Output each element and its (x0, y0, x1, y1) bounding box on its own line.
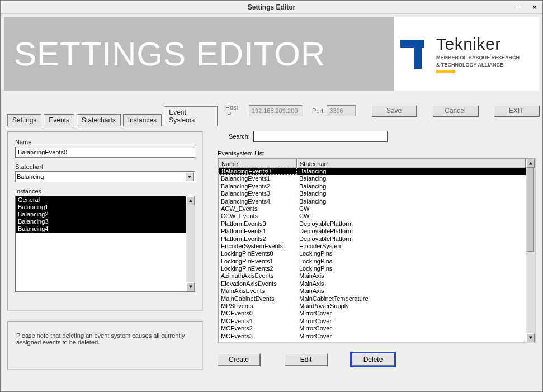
cell-name: MCEvents3 (219, 333, 297, 340)
eventsystem-grid[interactable]: Name Statechart BalancingEvents0Balancin… (218, 158, 536, 343)
column-header-statechart[interactable]: Statechart (297, 159, 526, 168)
table-row[interactable]: MCEvents2MirrorCover (219, 325, 526, 332)
table-row[interactable]: ElevationAxisEventsMainAxis (219, 280, 526, 287)
cell-statechart: MainAxis (297, 280, 526, 287)
cell-statechart: EncoderSystem (297, 243, 526, 250)
save-button[interactable]: Save (371, 105, 417, 116)
table-row[interactable]: BalancingEvents2Balancing (219, 183, 526, 190)
close-icon[interactable]: × (530, 3, 539, 12)
chevron-down-icon[interactable] (185, 172, 194, 181)
table-row[interactable]: LockingPinEvents0LockingPins (219, 250, 526, 257)
window-title: Settings Editor (248, 3, 295, 11)
edit-button[interactable]: Edit (285, 353, 327, 366)
instances-label: Instances (15, 188, 195, 195)
delete-button[interactable]: Delete (352, 353, 394, 366)
cell-name: PlatformEvents2 (219, 235, 297, 243)
tabbar: Settings Events Statecharts Instances Ev… (7, 106, 220, 126)
tab-events[interactable]: Events (44, 114, 74, 126)
cell-statechart: LockingPins (297, 250, 526, 257)
cell-statechart: MirrorCover (297, 318, 526, 325)
hero-banner: SETTINGS EDITOR Tekniker MEMBER OF BASQU… (4, 17, 539, 91)
table-row[interactable]: MCEvents1MirrorCover (219, 318, 526, 325)
minimize-icon[interactable]: – (516, 3, 525, 12)
port-field: 3306 (327, 105, 356, 116)
scroll-down-icon[interactable] (186, 282, 195, 291)
table-row[interactable]: MCEvents3MirrorCover (219, 333, 526, 340)
brand-subline-1: MEMBER OF BASQUE RESEARCH (436, 55, 520, 61)
table-row[interactable]: ACW_EventsCW (219, 205, 526, 212)
tab-settings[interactable]: Settings (7, 114, 41, 126)
list-item[interactable]: Balancing2 (16, 211, 186, 218)
exit-button[interactable]: EXIT (494, 105, 539, 116)
cell-name: BalancingEvents3 (219, 190, 297, 197)
table-row[interactable]: BalancingEvents3Balancing (219, 190, 526, 197)
table-row[interactable]: BalancingEvents1Balancing (219, 175, 526, 182)
statechart-select[interactable]: Balancing (15, 171, 195, 182)
table-row[interactable]: LockingPinEvents2LockingPins (219, 265, 526, 272)
tab-event-systems[interactable]: Event Systems (164, 106, 218, 126)
instances-listbox[interactable]: GeneralBalancing1Balancing2Balancing3Bal… (15, 196, 195, 292)
table-row[interactable]: PlatformEvents1DeployablePlatform (219, 228, 526, 235)
cell-name: ACW_Events (219, 205, 297, 212)
cell-statechart: MainPowerSupply (297, 303, 526, 310)
list-item[interactable]: Balancing3 (16, 218, 186, 225)
table-row[interactable]: EncoderSystemEventsEncoderSystem (219, 243, 526, 250)
search-input[interactable] (253, 131, 388, 142)
cell-statechart: LockingPins (297, 258, 526, 265)
svg-marker-4 (528, 337, 532, 339)
grid-label: Eventsystem List (218, 150, 536, 157)
cell-name: CCW_Events (219, 212, 297, 220)
scroll-down-icon[interactable] (526, 333, 535, 342)
cell-statechart: MirrorCover (297, 310, 526, 317)
svg-marker-2 (188, 286, 192, 289)
table-row[interactable]: MainCabinetEventsMainCabinetTemperature (219, 295, 526, 303)
list-item[interactable]: Balancing4 (16, 225, 186, 233)
form-panel: Name Statechart Balancing Instan (7, 131, 203, 311)
cell-name: MCEvents2 (219, 325, 297, 332)
table-row[interactable]: PlatformEvents0DeployablePlatform (219, 220, 526, 228)
table-row[interactable]: BalancingEvents0Balancing (219, 168, 526, 175)
app-window: Settings Editor – × SETTINGS EDITOR Tekn… (0, 0, 543, 392)
scrollbar[interactable] (526, 159, 535, 342)
cell-name: AzimuthAxisEvents (219, 272, 297, 280)
cell-statechart: DeployablePlatform (297, 228, 526, 235)
scroll-up-icon[interactable] (186, 196, 195, 205)
tab-instances[interactable]: Instances (123, 114, 162, 126)
cell-name: MainCabinetEvents (219, 295, 297, 303)
table-row[interactable]: AzimuthAxisEventsMainAxis (219, 272, 526, 280)
cell-name: BalancingEvents0 (219, 168, 297, 175)
table-row[interactable]: LockingPinEvents1LockingPins (219, 258, 526, 265)
table-row[interactable]: MCEvents0MirrorCover (219, 310, 526, 317)
cell-statechart: MirrorCover (297, 333, 526, 340)
table-row[interactable]: MainAxisEventsMainAxis (219, 287, 526, 295)
table-row[interactable]: BalancingEvents4Balancing (219, 198, 526, 205)
hero-title: SETTINGS EDITOR (14, 35, 325, 73)
brand-logo: Tekniker MEMBER OF BASQUE RESEARCH & TEC… (394, 17, 539, 91)
cell-name: MPSEvents (219, 303, 297, 310)
table-row[interactable]: CCW_EventsCW (219, 212, 526, 220)
list-item[interactable]: General (16, 196, 186, 204)
cell-name: LockingPinEvents2 (219, 265, 297, 272)
hostip-label: Host IP (225, 104, 245, 117)
table-row[interactable]: MPSEventsMainPowerSupply (219, 303, 526, 310)
cell-name: LockingPinEvents0 (219, 250, 297, 257)
svg-marker-0 (188, 176, 191, 178)
scrollbar[interactable] (186, 196, 195, 291)
create-button[interactable]: Create (218, 353, 260, 366)
name-input[interactable] (15, 147, 195, 158)
cell-statechart: Balancing (297, 190, 526, 197)
scroll-thumb[interactable] (527, 168, 534, 252)
scroll-up-icon[interactable] (526, 159, 535, 168)
cell-statechart: CW (297, 205, 526, 212)
cancel-button[interactable]: Cancel (432, 105, 478, 116)
tab-statecharts[interactable]: Statecharts (77, 114, 121, 126)
table-row[interactable]: PlatformEvents2DeployablePlatform (219, 235, 526, 243)
list-item[interactable]: Balancing1 (16, 204, 186, 211)
hostip-field: 192.168.209.200 (249, 105, 303, 116)
name-label: Name (15, 139, 195, 145)
titlebar: Settings Editor – × (1, 1, 542, 14)
column-header-name[interactable]: Name (219, 159, 297, 168)
cell-statechart: Balancing (297, 175, 526, 182)
cell-name: LockingPinEvents1 (219, 258, 297, 265)
cell-name: ElevationAxisEvents (219, 280, 297, 287)
